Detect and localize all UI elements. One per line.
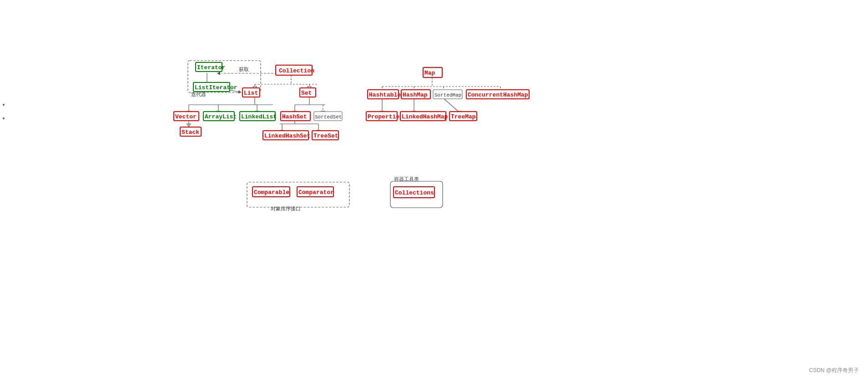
svg-marker-33: [238, 90, 241, 94]
svg-text:LinkedHashSet: LinkedHashSet: [264, 133, 310, 139]
svg-point-104: [3, 104, 5, 106]
svg-text:TreeMap: TreeMap: [451, 113, 476, 120]
svg-text:获取: 获取: [239, 66, 249, 72]
svg-text:HashMap: HashMap: [403, 92, 428, 98]
svg-text:Collections: Collections: [395, 189, 434, 196]
svg-text:ConcurrentHashMap: ConcurrentHashMap: [468, 92, 528, 98]
svg-text:TreeSet: TreeSet: [313, 133, 338, 139]
svg-text:ArrayList: ArrayList: [205, 113, 237, 120]
svg-line-48: [444, 98, 459, 112]
svg-text:Vector: Vector: [175, 113, 197, 120]
svg-text:Set: Set: [301, 90, 312, 97]
diagram-svg: 获取: [0, 0, 868, 378]
svg-text:Stack: Stack: [182, 129, 199, 136]
svg-text:Iterator: Iterator: [197, 64, 225, 71]
svg-text:Properties: Properties: [368, 113, 403, 120]
svg-text:Hashtable: Hashtable: [369, 92, 401, 98]
svg-text:对象排序接口: 对象排序接口: [271, 206, 301, 211]
watermark: CSDN @程序奇男子: [809, 367, 859, 374]
svg-text:List: List: [244, 90, 258, 97]
svg-marker-1: [217, 72, 220, 75]
svg-text:Comparable: Comparable: [254, 189, 289, 196]
svg-point-105: [3, 117, 5, 119]
svg-text:容器工具类: 容器工具类: [394, 176, 419, 182]
svg-text:SortedSet: SortedSet: [315, 114, 342, 120]
svg-text:LinkedList: LinkedList: [241, 113, 277, 120]
svg-text:Map: Map: [424, 70, 435, 77]
diagram-container: 获取: [0, 0, 868, 378]
svg-text:HashSet: HashSet: [282, 113, 307, 120]
svg-text:SortedMap: SortedMap: [434, 92, 461, 98]
svg-text:LinkedHashMap: LinkedHashMap: [402, 113, 448, 120]
svg-text:Collection: Collection: [279, 67, 314, 74]
svg-text:迭代器: 迭代器: [191, 92, 206, 97]
svg-text:ListIterator: ListIterator: [195, 84, 237, 91]
svg-text:Comparator: Comparator: [298, 189, 334, 196]
